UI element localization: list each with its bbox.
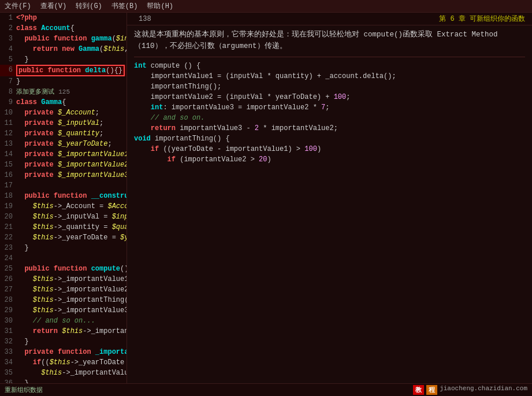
- code-line-4: 4 return new Gamma($this, $inputVal, $qu…: [0, 44, 127, 54]
- line-number: 1: [0, 13, 16, 23]
- code-line-27: 27 $this->_importantValue2 = ($this->_in…: [0, 284, 127, 295]
- code-line-7: 7}: [0, 76, 127, 87]
- line-content: }: [16, 378, 127, 383]
- code-line-1: 1<?php: [0, 13, 127, 23]
- code-line-16: 16 private $_importantValue3;: [0, 170, 127, 180]
- line-content: private $_importantValue3;: [16, 170, 127, 180]
- line-content: 添加更多测试 125: [16, 87, 127, 97]
- line-content: private $_yearToDate;: [16, 139, 127, 149]
- line-content: $this->_importantValue2 -= 20;: [16, 368, 127, 378]
- line-number: 23: [0, 243, 16, 253]
- line-number: 20: [0, 212, 16, 222]
- code-line-20: 20 $this->_inputVal = $inputVal;: [0, 212, 127, 222]
- code-line-33: 33 private function _importantThing(){: [0, 347, 127, 357]
- code-line-24: 24: [0, 253, 127, 264]
- line-number: 25: [0, 264, 16, 274]
- right-code-line-4: importantValue2 = (inputVal * yearToDate…: [134, 92, 525, 102]
- line-number: 2: [0, 23, 16, 34]
- line-number: 11: [0, 118, 16, 128]
- line-number: 4: [0, 44, 16, 54]
- code-line-6: 6public function delta(){}: [0, 65, 127, 76]
- code-line-14: 14 private $_importantValue1;: [0, 149, 127, 160]
- code-line-31: 31 return $this->_importantValue3 - 2 * …: [0, 326, 127, 336]
- line-content: $this->_inputVal = $inputVal;: [16, 212, 127, 222]
- line-content: private function _importantThing(){: [16, 347, 127, 357]
- code-line-21: 21 $this->_quantity = $quantity;: [0, 222, 127, 232]
- line-content: }: [16, 243, 127, 253]
- menu-view[interactable]: 查看(V): [40, 1, 67, 11]
- code-line-5: 5 }: [0, 54, 127, 65]
- right-code-line-7: return importantValue3 - 2 * importantVa…: [134, 123, 525, 134]
- line-content: $this->_yearToDate = $yearToDate;: [16, 232, 127, 243]
- page-number: 138: [139, 15, 151, 23]
- code-line-26: 26 $this->_importantValue1 = ($this->_in…: [0, 274, 127, 284]
- line-number: 28: [0, 295, 16, 305]
- line-content: $this->_importantValue2 = ($this->_input…: [16, 284, 127, 295]
- code-line-13: 13 private $_yearToDate;: [0, 139, 127, 149]
- line-content: return new Gamma($this, $inputVal, $quan…: [16, 44, 127, 54]
- chapter-title: 第 6 章 可新组织你的函数: [439, 14, 525, 24]
- code-line-30: 30 // and so on...: [0, 316, 127, 326]
- right-code-line-2: importantValue1 = (inputVal * quantity) …: [134, 71, 525, 82]
- code-line-3: 3 public function gamma($inputVal, $quan…: [0, 34, 127, 44]
- line-number: 18: [0, 191, 16, 201]
- left-code-panel: 1<?php2class Account{3 public function g…: [0, 13, 127, 383]
- right-content-panel: 138 第 6 章 可新组织你的函数 这就是本项重构的基本原则，它带来的好处是：…: [127, 13, 532, 383]
- watermark-jiao: 教: [413, 385, 424, 395]
- watermark-cheng: 程: [426, 385, 437, 395]
- menu-goto[interactable]: 转到(G): [76, 1, 102, 11]
- description-text: 这就是本项重构的基本原则，它带来的好处是：现在我可以轻松地对 compute()…: [134, 29, 525, 52]
- line-content: public function __construct($Account, $i…: [16, 191, 127, 201]
- right-code-line-5: int: importantValue3 = importantValue2 *…: [134, 102, 525, 113]
- line-number: 10: [0, 108, 16, 118]
- menu-file[interactable]: 文件(F): [5, 1, 31, 11]
- line-number: 19: [0, 201, 16, 212]
- menu-help[interactable]: 帮助(H): [147, 1, 173, 11]
- right-code-line-3: importantThing();: [134, 82, 525, 92]
- line-number: 12: [0, 128, 16, 139]
- main-area: 1<?php2class Account{3 public function g…: [0, 13, 532, 383]
- code-line-12: 12 private $_quantity;: [0, 128, 127, 139]
- line-content: class Account{: [16, 23, 127, 34]
- line-content: }: [16, 76, 127, 87]
- line-number: 8: [0, 87, 16, 97]
- right-code-line-9: void importantThing() {: [134, 134, 525, 144]
- line-content: if(($this->_yearToDate - $this->_importa…: [16, 357, 127, 368]
- line-content: class Gamma{: [16, 97, 127, 108]
- code-line-35: 35 $this->_importantValue2 -= 20;: [0, 368, 127, 378]
- code-line-2: 2class Account{: [0, 23, 127, 34]
- right-code-line-6: // and so on.: [134, 113, 525, 123]
- line-content: $this->_Account = $Account;: [16, 201, 127, 212]
- watermark: 教 程 jiaocheng.chazidian.com: [413, 385, 527, 395]
- code-line-25: 25 public function compute(){: [0, 264, 127, 274]
- line-content: private $_Account;: [16, 108, 127, 118]
- line-number: 27: [0, 284, 16, 295]
- right-code-line-11: if (importantValue2 > 20): [134, 154, 525, 165]
- code-line-15: 15 private $_importantValue2;: [0, 160, 127, 170]
- right-code-snippet: int compute () { importantValue1 = (inpu…: [134, 61, 525, 165]
- menu-bookmark[interactable]: 书签(B): [111, 1, 138, 11]
- line-number: 17: [0, 180, 16, 191]
- line-number: 34: [0, 357, 16, 368]
- line-number: 21: [0, 222, 16, 232]
- line-number: 5: [0, 54, 16, 65]
- code-line-8: 8添加更多测试 125: [0, 87, 127, 97]
- line-number: 22: [0, 232, 16, 243]
- line-number: 13: [0, 139, 16, 149]
- line-content: $this->_importantValue1 = ($this->_input…: [16, 274, 127, 284]
- line-content: // and so on...: [16, 316, 127, 326]
- code-line-36: 36 }: [0, 378, 127, 383]
- line-number: 7: [0, 76, 16, 87]
- code-line-9: 9class Gamma{: [0, 97, 127, 108]
- code-line-10: 10 private $_Account;: [0, 108, 127, 118]
- code-line-28: 28 $this->_importantThing();: [0, 295, 127, 305]
- right-code-line-10: if ((yearToDate - importantValue1) > 100…: [134, 144, 525, 154]
- line-number: 29: [0, 305, 16, 316]
- line-number: 3: [0, 34, 16, 44]
- code-line-19: 19 $this->_Account = $Account;: [0, 201, 127, 212]
- line-content: }: [16, 336, 127, 347]
- line-content: private $_quantity;: [16, 128, 127, 139]
- line-number: 9: [0, 97, 16, 108]
- line-number: 24: [0, 253, 16, 264]
- line-content: }: [16, 54, 127, 65]
